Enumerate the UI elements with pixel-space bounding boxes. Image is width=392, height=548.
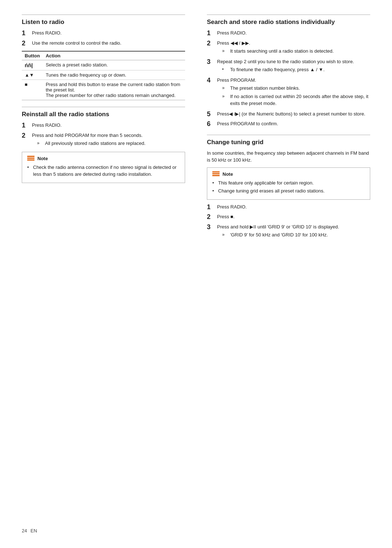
sub-text: It starts searching until a radio statio… (230, 48, 370, 55)
note-header: Note (27, 156, 180, 162)
note-text: Check the radio antenna connection if no… (33, 164, 180, 178)
step-4-search: 4 Press PROGRAM. » The preset station nu… (207, 77, 370, 108)
step-text: Press RADIO. (32, 29, 185, 37)
step-num: 1 (207, 203, 215, 211)
step-2-search: 2 Press ◀◀ / ▶▶. » It starts searching u… (207, 40, 370, 56)
locale: EN (30, 528, 37, 533)
step-num: 5 (207, 110, 215, 118)
section-listen-to-radio: Listen to radio 1 Press RADIO. 2 Use the… (22, 15, 185, 100)
sub-text: All previously stored radio stations are… (45, 140, 185, 147)
step-num: 1 (207, 29, 215, 37)
note-text: Change tuning grid erases all preset rad… (218, 187, 324, 195)
table-cell-action: Selects a preset radio station. (43, 60, 185, 70)
step-num: 1 (22, 122, 30, 130)
step-text: Press and hold PROGRAM for more than 5 s… (32, 132, 185, 148)
sub-text: The preset station number blinks. (230, 85, 370, 92)
page-layout: Listen to radio 1 Press RADIO. 2 Use the… (22, 15, 370, 246)
section-tuning-title: Change tuning grid (207, 135, 370, 146)
sub-marker: » (222, 231, 229, 238)
note-label: Note (222, 171, 233, 177)
sub-marker: » (222, 48, 229, 54)
step-text: Press RADIO. (32, 122, 185, 129)
step-text: Press RADIO. (217, 29, 370, 37)
table-cell-button: ■ (22, 80, 43, 100)
step-2-listen: 2 Use the remote control to control the … (22, 40, 185, 48)
table-header-action: Action (43, 51, 185, 60)
step-text: Press◀ /▶| (or the Numeric buttons) to s… (217, 110, 370, 118)
table-cell-button: ńň| (22, 60, 43, 70)
step-2-tuning: 2 Press ■. (207, 213, 370, 221)
page-footer: 24 EN (22, 528, 37, 533)
step-num: 3 (207, 58, 215, 66)
section-search-store: Search and store radio stations individu… (207, 15, 370, 128)
step-num: 6 (207, 120, 215, 128)
step-3-search: 3 Repeat step 2 until you tune to the ra… (207, 58, 370, 74)
table-row: ńň| Selects a preset radio station. (22, 60, 185, 70)
note-box-reinstall: Note • Check the radio antenna connectio… (22, 152, 185, 183)
sub-text: To finetune the radio frequency, press ▲… (230, 66, 370, 73)
step-text: Press PROGRAM to confirm. (217, 120, 370, 127)
step-text: Press ■. (217, 213, 370, 220)
section-search-title: Search and store radio stations individu… (207, 15, 370, 26)
sub-item: » 'GRID 9' for 50 kHz and 'GRID 10' for … (222, 231, 370, 239)
sub-text: If no action is carried out within 20 se… (230, 93, 370, 107)
step-num: 4 (207, 77, 215, 85)
note-label: Note (37, 156, 48, 161)
sub-item: » All previously stored radio stations a… (37, 140, 185, 147)
step-3-tuning: 3 Press and hold ▶II until 'GRID 9' or '… (207, 223, 370, 240)
step-1-tuning: 1 Press RADIO. (207, 203, 370, 211)
step-6-search: 6 Press PROGRAM to confirm. (207, 120, 370, 128)
note-item: Change tuning grid erases all preset rad… (212, 187, 365, 195)
step-text: Press and hold ▶II until 'GRID 9' or 'GR… (217, 223, 370, 240)
sub-marker: » (222, 93, 229, 100)
sub-item: » The preset station number blinks. (222, 85, 370, 92)
sub-item: » It starts searching until a radio stat… (222, 48, 370, 55)
section-change-tuning: Change tuning grid In some countries, th… (207, 135, 370, 240)
note-icon (27, 156, 35, 162)
step-5-search: 5 Press◀ /▶| (or the Numeric buttons) to… (207, 110, 370, 118)
section-listen-title: Listen to radio (22, 15, 185, 26)
sub-item: • To finetune the radio frequency, press… (222, 66, 370, 73)
sub-marker: » (222, 85, 229, 91)
step-text: Press RADIO. (217, 203, 370, 211)
sub-marker: • (222, 66, 229, 73)
note-text: This feature only applicable for certain… (218, 179, 314, 187)
step-num: 2 (207, 40, 215, 48)
sub-item: » If no action is carried out within 20 … (222, 93, 370, 107)
section-reinstall: Reinstall all the radio stations 1 Press… (22, 107, 185, 183)
table-cell-action: Tunes the radio frequency up or down. (43, 70, 185, 80)
left-column: Listen to radio 1 Press RADIO. 2 Use the… (22, 15, 189, 246)
step-num: 2 (22, 132, 30, 140)
step-text: Use the remote control to control the ra… (32, 40, 185, 47)
step-num: 1 (22, 29, 30, 37)
step-1-listen: 1 Press RADIO. (22, 29, 185, 37)
step-2-reinstall: 2 Press and hold PROGRAM for more than 5… (22, 132, 185, 148)
table-row: ■ Press and hold this button to erase th… (22, 80, 185, 100)
step-text: Press ◀◀ / ▶▶. » It starts searching unt… (217, 40, 370, 56)
step-text: Repeat step 2 until you tune to the radi… (217, 58, 370, 74)
step-num: 2 (22, 40, 30, 48)
note-icon (212, 171, 220, 177)
note-header: Note (212, 171, 365, 177)
note-list: • Check the radio antenna connection if … (27, 164, 180, 178)
sub-text: 'GRID 9' for 50 kHz and 'GRID 10' for 10… (230, 231, 370, 239)
step-num: 2 (207, 213, 215, 221)
step-1-search: 1 Press RADIO. (207, 29, 370, 37)
step-text: Press PROGRAM. » The preset station numb… (217, 77, 370, 108)
table-cell-button: ▲▼ (22, 70, 43, 80)
note-box-tuning: Note This feature only applicable for ce… (207, 167, 370, 200)
note-item: This feature only applicable for certain… (212, 179, 365, 187)
table-cell-action: Press and hold this button to erase the … (43, 80, 185, 100)
table-header-button: Button (22, 51, 43, 60)
step-1-reinstall: 1 Press RADIO. (22, 122, 185, 130)
note-list: This feature only applicable for certain… (212, 179, 365, 195)
button-action-table: Button Action ńň| Selects a preset radio… (22, 51, 185, 100)
sub-marker: » (37, 140, 44, 146)
note-item: • Check the radio antenna connection if … (27, 164, 180, 178)
table-row: ▲▼ Tunes the radio frequency up or down. (22, 70, 185, 80)
right-column: Search and store radio stations individu… (203, 15, 370, 246)
section-reinstall-title: Reinstall all the radio stations (22, 107, 185, 118)
step-num: 3 (207, 223, 215, 231)
section-tuning-intro: In some countries, the frequency step be… (207, 150, 370, 164)
page-number: 24 (22, 528, 27, 533)
